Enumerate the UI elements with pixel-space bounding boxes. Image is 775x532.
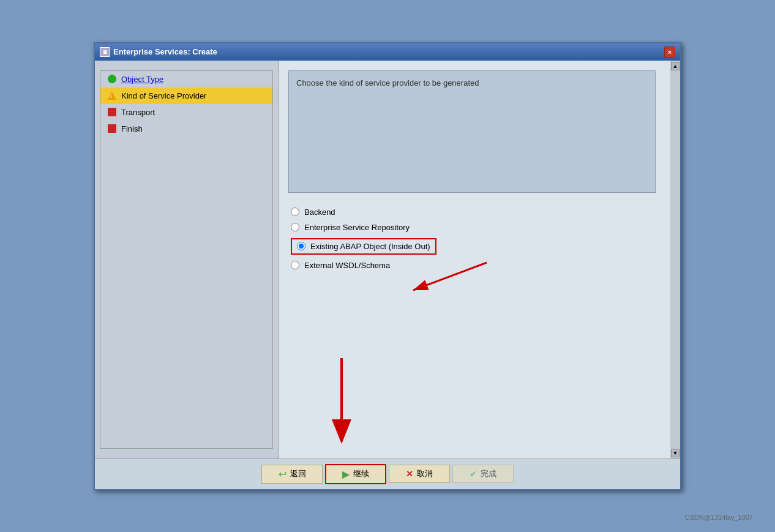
scrollbar[interactable]: ▲ ▼ <box>670 61 680 459</box>
radio-group: Backend Enterprise Service Repository Ex… <box>288 208 656 270</box>
description-area: Choose the kind of service provider to b… <box>288 70 656 193</box>
main-dialog: 🖥 Enterprise Services: Create × Object T… <box>94 42 681 490</box>
dialog-title: Enterprise Services: Create <box>113 47 217 56</box>
nav-item-object-type[interactable]: Object Type <box>100 71 272 88</box>
radio-item-external-wsdl[interactable]: External WSDL/Schema <box>291 261 653 270</box>
title-bar: 🖥 Enterprise Services: Create × <box>95 43 680 61</box>
radio-item-backend[interactable]: Backend <box>291 208 653 217</box>
finish-label: 完成 <box>481 468 496 479</box>
finish-button[interactable]: ✔ 完成 <box>452 465 514 483</box>
bottom-bar: ↩ 返回 ▶ 继续 ✕ 取消 ✔ 完成 <box>95 459 680 489</box>
label-existing-abap[interactable]: Existing ABAP Object (Inside Out) <box>310 242 430 251</box>
label-backend[interactable]: Backend <box>304 208 335 217</box>
radio-highlighted-box: Existing ABAP Object (Inside Out) <box>291 238 436 255</box>
nav-item-finish[interactable]: Finish <box>100 121 272 137</box>
finish-icon: ✔ <box>470 469 477 479</box>
cancel-button[interactable]: ✕ 取消 <box>389 465 450 483</box>
watermark: CSDN@1314lay_1007 <box>685 514 753 521</box>
nav-label-transport: Transport <box>121 108 155 117</box>
radio-item-enterprise[interactable]: Enterprise Service Repository <box>291 223 653 232</box>
close-button[interactable]: × <box>664 47 675 58</box>
nav-label-finish: Finish <box>121 124 143 133</box>
radio-external-wsdl[interactable] <box>291 261 299 269</box>
radio-backend[interactable] <box>291 208 299 216</box>
right-panel: Choose the kind of service provider to b… <box>279 61 680 459</box>
description-text: Choose the kind of service provider to b… <box>296 78 479 88</box>
status-dot-red-transport <box>108 108 116 116</box>
cancel-label: 取消 <box>417 468 433 479</box>
continue-button[interactable]: ▶ 继续 <box>325 464 386 484</box>
scroll-up[interactable]: ▲ <box>671 62 680 70</box>
radio-item-existing-abap[interactable]: Existing ABAP Object (Inside Out) <box>291 238 653 255</box>
left-panel: Object Type ! Kind of Service Provider T… <box>95 61 279 459</box>
label-enterprise[interactable]: Enterprise Service Repository <box>304 223 410 232</box>
nav-item-kind-of-service[interactable]: ! Kind of Service Provider <box>100 88 272 104</box>
right-content: Choose the kind of service provider to b… <box>279 61 670 459</box>
continue-icon: ▶ <box>342 468 350 480</box>
nav-label-object-type: Object Type <box>121 75 163 84</box>
status-dot-green <box>108 75 116 83</box>
nav-box: Object Type ! Kind of Service Provider T… <box>100 70 273 449</box>
cancel-icon: ✕ <box>406 469 413 479</box>
nav-item-transport[interactable]: Transport <box>100 104 272 121</box>
back-icon: ↩ <box>279 468 286 480</box>
radio-existing-abap[interactable] <box>297 242 305 250</box>
back-label: 返回 <box>290 468 306 479</box>
dialog-body: Object Type ! Kind of Service Provider T… <box>95 61 680 459</box>
dialog-icon: 🖥 <box>100 47 110 57</box>
continue-label: 继续 <box>353 468 369 479</box>
label-external-wsdl[interactable]: External WSDL/Schema <box>304 261 390 270</box>
radio-enterprise[interactable] <box>291 223 299 231</box>
nav-label-kind-of-service: Kind of Service Provider <box>121 91 206 100</box>
back-button[interactable]: ↩ 返回 <box>261 465 323 484</box>
scroll-down[interactable]: ▼ <box>671 449 680 457</box>
status-dot-red-finish <box>108 124 116 133</box>
